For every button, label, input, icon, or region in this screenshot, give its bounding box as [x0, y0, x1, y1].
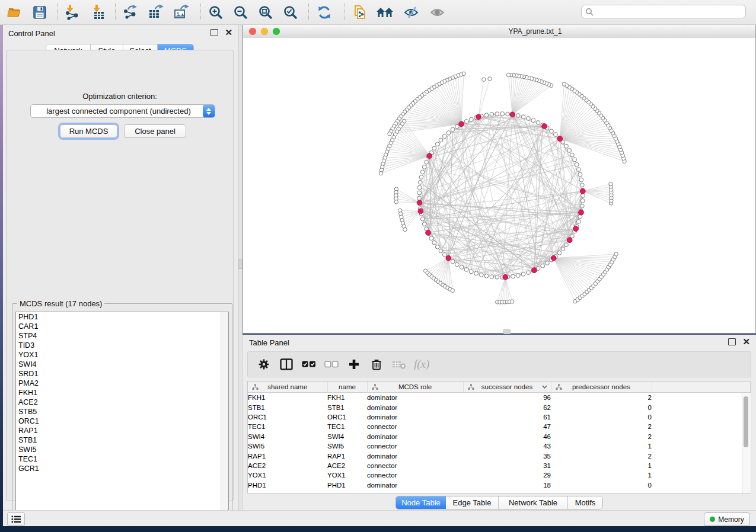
table-scrollbar-thumb[interactable] — [744, 396, 748, 447]
new-network-from-selection-button[interactable] — [351, 4, 369, 21]
table-cell: ACE2 — [248, 461, 327, 470]
close-table-panel-icon[interactable]: ✕ — [742, 339, 750, 345]
hide-selected-button[interactable] — [402, 4, 420, 21]
criterion-dropdown[interactable]: largest connected component (undirected) — [30, 104, 215, 118]
apply-layout-button[interactable] — [315, 4, 333, 21]
toolbar-separator — [115, 4, 116, 20]
import-table-button[interactable] — [89, 4, 107, 21]
table-row[interactable]: SWI5SWI5connector431 — [248, 441, 751, 451]
table-row[interactable]: PHD1PHD1dominator180 — [248, 480, 751, 490]
table-row[interactable]: FKH1FKH1dominator962 — [248, 393, 751, 403]
mcds-result-item[interactable]: SRD1 — [16, 369, 228, 379]
tab-motifs[interactable]: Motifs — [568, 496, 602, 509]
table-row[interactable]: RAP1RAP1dominator352 — [248, 451, 751, 460]
tab-node-table[interactable]: Node Table — [396, 496, 446, 509]
mcds-result-item[interactable]: ACE2 — [16, 398, 228, 407]
zoom-fit-button[interactable] — [257, 4, 275, 21]
mcds-result-item[interactable]: STB5 — [16, 407, 228, 416]
table-cell: 46 — [463, 432, 551, 441]
deselect-all-columns-button[interactable] — [324, 357, 339, 372]
delete-column-button[interactable] — [369, 357, 384, 372]
export-table-button[interactable] — [146, 4, 164, 21]
column-header-successor-nodes[interactable]: successor nodes — [463, 382, 551, 393]
tab-network-table[interactable]: Network Table — [499, 496, 568, 509]
save-session-button[interactable] — [31, 4, 49, 21]
float-panel-icon[interactable] — [210, 29, 218, 36]
table-cell: STB1 — [248, 402, 327, 412]
zoom-selected-button[interactable] — [282, 4, 299, 21]
table-row[interactable]: STB1STB1dominator620 — [248, 402, 751, 412]
table-scrollbar[interactable] — [742, 393, 750, 493]
mcds-result-item[interactable]: PMA2 — [16, 379, 228, 388]
memory-button[interactable]: Memory — [704, 512, 750, 526]
column-header-MCDS-role[interactable]: MCDS role — [367, 382, 463, 393]
mcds-result-item[interactable]: SWI5 — [16, 445, 228, 454]
delete-table-icon — [392, 360, 406, 369]
mcds-result-item[interactable]: FKH1 — [16, 388, 228, 398]
table-cell-empty — [652, 441, 751, 451]
table-row[interactable]: YOX1YOX1connector291 — [248, 470, 751, 480]
window-minimize-button[interactable] — [261, 28, 268, 35]
import-network-icon — [64, 4, 80, 20]
window-zoom-button[interactable] — [273, 28, 280, 35]
export-image-button[interactable] — [172, 4, 190, 21]
select-all-columns-button[interactable] — [301, 357, 317, 372]
import-network-button[interactable] — [63, 4, 81, 21]
table-cell-empty — [652, 451, 751, 460]
export-network-button[interactable] — [121, 4, 139, 21]
task-history-button[interactable] — [7, 512, 25, 526]
delete-table-button[interactable] — [391, 357, 407, 372]
mcds-result-item[interactable]: TEC1 — [16, 454, 228, 464]
run-mcds-button[interactable]: Run MCDS — [60, 124, 117, 138]
column-settings-button[interactable] — [256, 357, 272, 372]
network-canvas[interactable] — [243, 38, 755, 333]
table-cell: 61 — [463, 412, 551, 422]
mcds-result-item[interactable]: ORC1 — [16, 416, 228, 426]
mcds-result-item[interactable]: CAR1 — [16, 322, 228, 331]
open-session-button[interactable] — [6, 4, 24, 21]
close-panel-icon[interactable]: ✕ — [225, 30, 232, 36]
zoom-in-button[interactable] — [207, 4, 225, 21]
table-row[interactable]: TEC1TEC1connector472 — [248, 422, 751, 431]
table-cell: RAP1 — [248, 451, 327, 460]
table-row[interactable]: ORC1ORC1dominator610 — [248, 412, 751, 422]
float-table-panel-icon[interactable] — [728, 338, 736, 345]
network-graph[interactable] — [243, 38, 755, 333]
column-header-predecessor-nodes[interactable]: predecessor nodes — [551, 382, 652, 393]
table-panel: Table Panel ✕ — [243, 335, 756, 510]
table-cell: 0 — [551, 480, 652, 490]
mcds-result-item[interactable]: TID3 — [16, 341, 228, 350]
table-header-row: shared namenameMCDS rolesuccessor nodesp… — [248, 382, 751, 393]
show-column-panel-button[interactable] — [279, 357, 294, 372]
mcds-list-scrollbar[interactable] — [221, 312, 228, 518]
search-input[interactable] — [594, 7, 742, 17]
function-builder-button[interactable]: f(x) — [414, 357, 429, 372]
table-cell-empty — [652, 393, 751, 403]
table-cell: 18 — [463, 480, 551, 490]
memory-status-dot — [710, 517, 715, 522]
plus-icon — [348, 358, 360, 370]
table-cell: connector — [367, 422, 463, 431]
window-close-button[interactable] — [249, 28, 256, 35]
table-row[interactable]: SWI4SWI4dominator462 — [248, 432, 751, 441]
mcds-result-item[interactable]: STP4 — [16, 331, 228, 341]
mcds-result-item[interactable]: STB1 — [16, 435, 228, 445]
table-cell: dominator — [367, 451, 463, 460]
show-all-button[interactable] — [428, 4, 446, 21]
mcds-result-item[interactable]: YOX1 — [16, 350, 228, 360]
first-neighbors-button[interactable] — [376, 4, 394, 21]
horizontal-split-handle[interactable] — [503, 329, 511, 334]
create-column-button[interactable] — [346, 357, 362, 372]
tab-edge-table[interactable]: Edge Table — [446, 496, 499, 509]
mcds-result-item[interactable]: SWI4 — [16, 360, 228, 369]
vertical-split-handle[interactable] — [238, 259, 243, 269]
close-panel-button[interactable]: Close panel — [124, 124, 186, 138]
mcds-result-item[interactable]: RAP1 — [16, 426, 228, 435]
table-row[interactable]: ACE2ACE2connector311 — [248, 461, 751, 470]
mcds-result-item[interactable]: GCR1 — [16, 464, 228, 473]
column-header-name[interactable]: name — [327, 382, 367, 393]
mcds-result-item[interactable]: PHD1 — [16, 312, 228, 322]
column-header-shared-name[interactable]: shared name — [248, 382, 327, 393]
table-cell: TEC1 — [327, 422, 367, 431]
zoom-out-button[interactable] — [232, 4, 250, 21]
